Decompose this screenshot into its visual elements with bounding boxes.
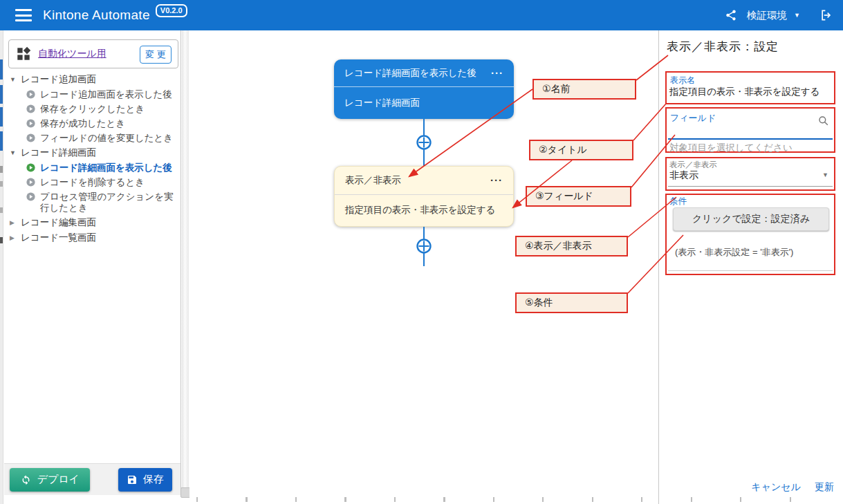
- window-edge-strip: [0, 30, 3, 504]
- app-header: Kintone Automate V0.2.0 検証環境 ▼: [0, 0, 843, 30]
- event-icon-active: [26, 163, 35, 172]
- tree-item[interactable]: レコードを削除するとき: [4, 175, 180, 189]
- tree-item[interactable]: レコード追加画面を表示した後: [4, 87, 180, 102]
- visibility-select[interactable]: 非表示: [669, 169, 698, 182]
- environment-selector[interactable]: 検証環境: [747, 9, 787, 22]
- app-link[interactable]: 自動化ツール用: [38, 48, 106, 60]
- event-icon: [26, 104, 35, 113]
- trigger-node[interactable]: レコード詳細画面を表示した後 ··· レコード詳細画面: [334, 59, 514, 119]
- version-badge: V0.2.0: [156, 4, 187, 17]
- sidebar: 自動化ツール用 変 更 ▼ レコード追加画面 レコード追加画面を表示した後 保存…: [4, 30, 181, 495]
- menu-icon[interactable]: [15, 9, 32, 21]
- tree-item[interactable]: プロセス管理のアクションを実行したとき: [4, 189, 180, 215]
- tree-item-active[interactable]: レコード詳細画面を表示した後: [4, 160, 180, 175]
- more-menu-icon[interactable]: ···: [490, 177, 503, 184]
- field-label: フィールド: [670, 112, 716, 124]
- panel-title: 表示／非表示：設定: [667, 39, 779, 55]
- add-step-icon[interactable]: [416, 238, 432, 254]
- annotation-visibility: ④表示／非表示: [515, 236, 628, 256]
- tree-item[interactable]: 保存をクリックしたとき: [4, 102, 180, 116]
- event-icon: [26, 133, 35, 142]
- tree-group-record-add[interactable]: ▼ レコード追加画面: [4, 72, 180, 87]
- flow-canvas: レコード詳細画面を表示した後 ··· レコード詳細画面 表示／非表示 ··· 指…: [189, 30, 658, 504]
- more-menu-icon[interactable]: ···: [491, 70, 503, 77]
- action-node[interactable]: 表示／非表示 ··· 指定項目の表示・非表示を設定する: [334, 166, 514, 227]
- sidebar-footer: デプロイ 保存: [4, 463, 180, 495]
- annotation-field: ③フィールド: [526, 186, 631, 207]
- chevron-right-icon: ▶: [10, 234, 17, 241]
- chevron-open-icon: ▼: [10, 76, 17, 83]
- chevron-down-icon[interactable]: ▼: [794, 12, 800, 19]
- deploy-button[interactable]: デプロイ: [10, 468, 90, 492]
- action-node-subtitle: 指定項目の表示・非表示を設定する: [345, 204, 495, 216]
- event-tree: ▼ レコード追加画面 レコード追加画面を表示した後 保存をクリックしたとき 保存…: [4, 72, 180, 245]
- event-icon: [26, 90, 35, 99]
- display-name-label: 表示名: [670, 75, 695, 86]
- cancel-button[interactable]: キャンセル: [751, 481, 801, 494]
- field-input[interactable]: 対象項目を選択してください: [669, 142, 793, 154]
- visibility-label: 表示／非表示: [669, 160, 717, 170]
- condition-set-button[interactable]: クリックで設定：設定済み: [673, 207, 829, 231]
- condition-section: 条件 クリックで設定：設定済み (表示・非表示設定 = '非表示'): [665, 194, 835, 275]
- save-button[interactable]: 保存: [118, 468, 172, 492]
- kintone-app-icon: [16, 46, 31, 62]
- condition-label: 条件: [669, 196, 687, 207]
- dropdown-caret-icon[interactable]: ▼: [822, 171, 828, 178]
- app-window: Kintone Automate V0.2.0 検証環境 ▼ 自動化: [0, 0, 843, 504]
- condition-summary: (表示・非表示設定 = '非表示'): [675, 246, 793, 259]
- trigger-node-title: レコード詳細画面を表示した後: [344, 67, 476, 80]
- bottom-ruler-ticks: [196, 497, 805, 502]
- annotation-title: ②タイトル: [529, 140, 633, 160]
- app-card: 自動化ツール用 変 更: [8, 39, 178, 68]
- tree-group-record-detail[interactable]: ▼ レコード詳細画面: [4, 145, 180, 160]
- add-step-icon[interactable]: [416, 134, 432, 151]
- update-button[interactable]: 更新: [815, 481, 834, 494]
- logout-icon[interactable]: [819, 8, 833, 22]
- field-input-underline: [668, 138, 833, 140]
- visibility-section: 表示／非表示 非表示 ▼: [665, 157, 835, 191]
- event-icon: [26, 119, 35, 128]
- event-icon: [26, 178, 35, 187]
- trigger-node-subtitle: レコード詳細画面: [344, 97, 420, 109]
- change-app-button[interactable]: 変 更: [140, 46, 172, 64]
- tree-item[interactable]: フィールドの値を変更したとき: [4, 131, 180, 145]
- display-name-section: 表示名 指定項目の表示・非表示を設定する: [665, 71, 835, 104]
- floppy-save-icon: [127, 474, 138, 485]
- app-title: Kintone Automate: [43, 8, 150, 23]
- chevron-open-icon: ▼: [10, 149, 17, 156]
- share-icon[interactable]: [725, 9, 737, 21]
- event-icon: [26, 192, 35, 201]
- search-icon[interactable]: [817, 114, 830, 130]
- field-section: フィールド 対象項目を選択してください: [665, 107, 835, 153]
- action-node-title: 表示／非表示: [345, 174, 401, 187]
- annotation-name: ①名前: [532, 79, 636, 100]
- chevron-right-icon: ▶: [10, 219, 17, 226]
- tree-item[interactable]: 保存が成功したとき: [4, 116, 180, 131]
- tree-group-record-list[interactable]: ▶ レコード一覧画面: [4, 230, 180, 245]
- settings-panel: 表示／非表示：設定 表示名 指定項目の表示・非表示を設定する フィールド 対象項…: [658, 30, 843, 504]
- annotation-condition: ⑤条件: [515, 292, 628, 313]
- tree-group-record-edit[interactable]: ▶ レコード編集画面: [4, 215, 180, 230]
- vertical-scrollbar[interactable]: [182, 30, 189, 495]
- display-name-value[interactable]: 指定項目の表示・非表示を設定する: [669, 86, 819, 98]
- sync-icon: [20, 474, 32, 485]
